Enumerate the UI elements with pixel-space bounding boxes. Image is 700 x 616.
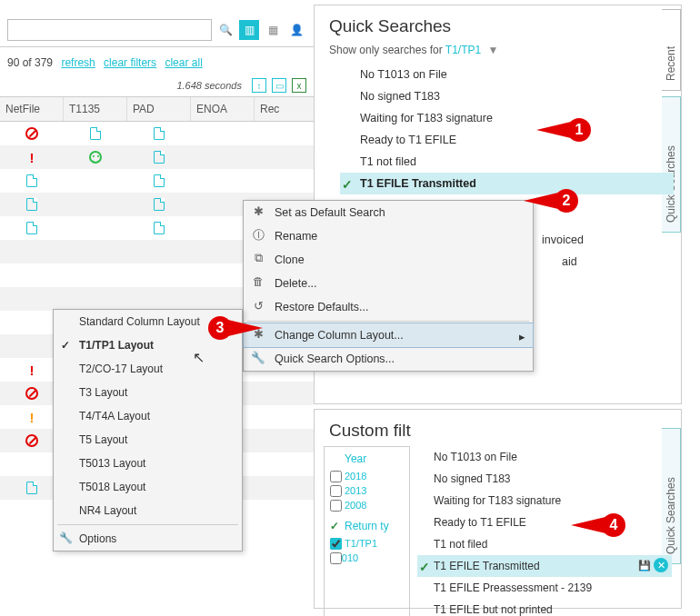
save-icon[interactable]: 💾 xyxy=(637,558,652,572)
filter-info: 90 of 379 refresh clear filters clear al… xyxy=(0,47,314,75)
doc-icon xyxy=(154,151,165,164)
qs-item[interactable]: No T1013 on File xyxy=(417,446,672,468)
cf-qs-list: No T1013 on File No signed T183 Waiting … xyxy=(417,446,672,616)
restore-icon: ↺ xyxy=(251,299,265,313)
year-checkbox: 2008 xyxy=(330,498,404,512)
delete-icon[interactable]: ✕ xyxy=(654,558,668,572)
callout-4: 4 xyxy=(602,513,625,537)
year-section[interactable]: Year xyxy=(330,452,404,465)
qs-item[interactable]: Ready to T1 EFILE xyxy=(340,129,674,151)
qs-filter-value[interactable]: T1/TP1 xyxy=(445,44,481,56)
doc-icon xyxy=(26,198,37,211)
view-columns-icon[interactable]: ▥ xyxy=(239,20,259,40)
ok-icon xyxy=(89,151,102,164)
search-input[interactable] xyxy=(7,19,212,41)
doc-icon xyxy=(154,127,165,140)
timing-text: 1.648 seconds xyxy=(176,80,242,91)
return-type-section[interactable]: Return ty xyxy=(330,520,404,532)
forbid-icon xyxy=(25,127,38,140)
grid-header: NetFile T1135 PAD ENOA Rec xyxy=(0,96,314,122)
cursor-icon: ↖ xyxy=(193,349,205,366)
ctx-delete[interactable]: 🗑Delete... xyxy=(244,272,533,295)
wrench-icon: 🔧 xyxy=(59,532,73,544)
forbid-icon xyxy=(25,434,38,447)
submenu-arrow-icon: ▸ xyxy=(519,330,525,343)
rt-checkbox: T1/TP1 xyxy=(330,536,404,551)
col-rec[interactable]: Rec xyxy=(255,97,300,121)
col-t1135[interactable]: T1135 xyxy=(64,97,127,121)
ctx-set-default[interactable]: ✱Set as Default Search xyxy=(244,201,533,224)
layout-item[interactable]: NR4 Layout xyxy=(54,499,242,522)
timing-bar: 1.648 seconds ↕ ▭ x xyxy=(0,75,314,96)
export-excel-icon[interactable]: x xyxy=(292,78,306,93)
ctx-clone[interactable]: ⧉Clone xyxy=(244,248,533,272)
col-enoa[interactable]: ENOA xyxy=(191,97,255,121)
warn-icon: ! xyxy=(30,410,35,425)
layout-item[interactable]: T3 Layout xyxy=(54,381,242,404)
layout-item[interactable]: T5 Layout xyxy=(54,428,242,452)
warn-icon: ! xyxy=(30,150,35,165)
rt-checkbox: T3010 xyxy=(330,551,358,565)
qs-item[interactable]: T1 not filed xyxy=(340,151,674,173)
col-netfile[interactable]: NetFile xyxy=(0,97,64,121)
custom-filters-panel: Quick Searches Custom filt Year 2018 201… xyxy=(314,409,682,609)
qs-item[interactable]: Waiting for T183 signature xyxy=(340,107,674,129)
qs-item[interactable]: T1 not filed xyxy=(417,533,672,555)
dropdown-caret-icon[interactable]: ▼ xyxy=(488,44,499,56)
clear-filters-link[interactable]: clear filters xyxy=(104,56,156,69)
row-count: 90 of 379 xyxy=(7,56,53,69)
trash-icon: 🗑 xyxy=(251,275,265,288)
cf-title: Custom filt xyxy=(315,410,681,446)
layout-item[interactable]: T5018 Layout xyxy=(54,475,242,499)
doc-icon xyxy=(90,127,101,140)
qs-item-selected[interactable]: T1 EFILE Transmitted 💾 ✕ xyxy=(417,555,672,577)
qs-item[interactable]: T1 EFILE but not printed xyxy=(417,599,672,616)
user-icon[interactable]: 👤 xyxy=(286,20,306,40)
cf-filters: Year 2018 2013 2008 Return ty T1/TP1 T30… xyxy=(324,446,410,616)
doc-icon xyxy=(154,198,165,211)
layout-options[interactable]: 🔧Options xyxy=(54,527,242,551)
col-pad[interactable]: PAD xyxy=(127,97,191,121)
ctx-qs-options[interactable]: 🔧Quick Search Options... xyxy=(244,347,533,371)
view-grid-icon[interactable]: ▦ xyxy=(263,20,283,40)
forbid-icon xyxy=(25,387,38,400)
layout-item[interactable]: T2/CO-17 Layout xyxy=(54,357,242,381)
search-bar: 🔍 ▥ ▦ 👤 xyxy=(0,14,314,47)
search-icon[interactable]: 🔍 xyxy=(215,20,235,40)
ctx-change-layout[interactable]: ✱Change Column Layout...▸ xyxy=(243,323,534,348)
doc-icon xyxy=(26,482,37,494)
wrench-icon: 🔧 xyxy=(251,351,265,364)
callout-2: 2 xyxy=(555,189,578,213)
refresh-link[interactable]: refresh xyxy=(61,56,95,69)
qs-item[interactable]: No signed T183 xyxy=(417,468,672,490)
doc-icon xyxy=(26,174,37,187)
callout-1: 1 xyxy=(567,118,591,142)
qs-item[interactable]: T1 EFILE Preassessment - 2139 xyxy=(417,577,672,599)
layout-item[interactable]: T5013 Layout xyxy=(54,452,242,475)
doc-icon xyxy=(154,174,165,187)
text-cursor-icon: Ⓘ xyxy=(251,228,265,243)
year-checkbox: 2013 xyxy=(330,483,404,498)
qs-item[interactable]: Waiting for T183 signature xyxy=(417,490,672,512)
doc-icon xyxy=(26,222,37,234)
qs-item[interactable]: No T1013 on File xyxy=(340,64,674,85)
copy-icon: ⧉ xyxy=(251,252,265,265)
callout-3: 3 xyxy=(208,316,232,340)
star-icon: ✱ xyxy=(251,204,265,218)
ctx-restore[interactable]: ↺Restore Defaults... xyxy=(244,295,533,319)
qs-item[interactable]: Ready to T1 EFILE xyxy=(417,512,672,533)
clear-all-link[interactable]: clear all xyxy=(165,56,202,69)
year-checkbox: 2018 xyxy=(330,469,404,483)
qs-item[interactable]: No signed T183 xyxy=(340,85,674,107)
qs-item-selected[interactable]: T1 EFILE Transmitted xyxy=(340,173,674,194)
layout-submenu: Standard Column Layout T1/TP1 Layout T2/… xyxy=(53,309,243,551)
warn-icon: ! xyxy=(30,363,35,378)
qs-title: Quick Searches xyxy=(315,5,681,42)
sort-icon[interactable]: ↕ xyxy=(252,78,266,93)
qs-filter: Show only searches for T1/TP1 ▼ xyxy=(315,42,681,64)
doc-icon xyxy=(154,222,165,234)
ctx-rename[interactable]: ⒾRename xyxy=(244,224,533,248)
layout-item[interactable]: T4/T4A Layout xyxy=(54,404,242,428)
context-menu: ✱Set as Default Search ⒾRename ⧉Clone 🗑D… xyxy=(243,200,534,372)
chart-icon[interactable]: ▭ xyxy=(272,78,286,93)
